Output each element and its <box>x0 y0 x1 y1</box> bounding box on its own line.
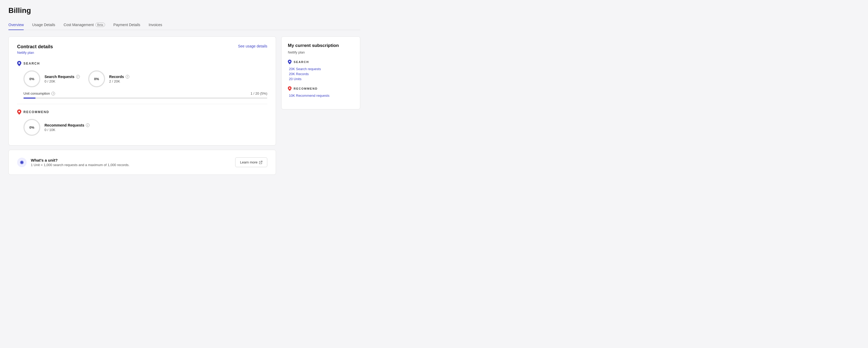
svg-point-0 <box>19 62 20 64</box>
records-metric: 0% Records i 2 / 20K <box>88 70 129 87</box>
section-divider <box>17 104 267 104</box>
sub-recommend-service: RECOMMEND 10K Recommend requests <box>288 86 354 97</box>
svg-point-2 <box>289 61 290 62</box>
search-requests-donut: 0% <box>24 70 40 87</box>
left-column: Contract details Netlify plan See usage … <box>8 36 276 175</box>
sub-recommend-name: RECOMMEND <box>293 87 318 90</box>
unit-consumption-row: Unit consumption i 1 / 20 (5%) <box>24 91 267 95</box>
external-link-icon <box>259 161 262 164</box>
contract-title-group: Contract details Netlify plan <box>17 44 53 55</box>
records-value: 2 / 20K <box>109 79 129 83</box>
tab-usage-details[interactable]: Usage Details <box>32 20 55 30</box>
search-label-text: SEARCH <box>24 62 40 65</box>
sub-recommend-pin-icon <box>288 86 291 91</box>
beta-badge: Beta <box>95 23 105 27</box>
whats-a-unit-card: What's a unit? 1 Unit = 1,000 search req… <box>8 150 276 175</box>
search-service-section: SEARCH 0% Search Requests i 0 / 20K <box>17 61 267 98</box>
sub-search-label: SEARCH <box>288 60 354 64</box>
unit-title: What's a unit? <box>31 158 130 163</box>
contract-details-card: Contract details Netlify plan See usage … <box>8 36 276 146</box>
search-requests-info-icon: i <box>76 75 80 79</box>
svg-point-1 <box>19 111 20 112</box>
main-content: Contract details Netlify plan See usage … <box>8 36 360 175</box>
contract-header: Contract details Netlify plan See usage … <box>17 44 267 55</box>
unit-consumption-label: Unit consumption i <box>24 91 55 95</box>
recommend-requests-info: Recommend Requests i 0 / 10K <box>44 123 90 132</box>
sub-search-pin-icon <box>288 60 291 64</box>
subscription-card: My current subscription Netlify plan SEA… <box>281 36 360 109</box>
learn-more-button[interactable]: Learn more <box>235 157 267 167</box>
recommend-label-text: RECOMMEND <box>24 110 49 114</box>
records-donut: 0% <box>88 70 105 87</box>
recommend-requests-info-icon: i <box>86 123 90 127</box>
recommend-requests-donut: 0% <box>24 119 40 136</box>
sub-search-item-0: 20K Search requests <box>289 67 354 71</box>
search-requests-info: Search Requests i 0 / 20K <box>44 75 80 83</box>
unit-icon <box>17 158 27 167</box>
svg-point-3 <box>289 88 290 89</box>
contract-plan: Netlify plan <box>17 51 53 55</box>
unit-description: 1 Unit = 1,000 search requests and a max… <box>31 163 130 167</box>
recommend-service-section: RECOMMEND 0% Recommend Requests i 0 / 10… <box>17 109 267 136</box>
unit-progress-fill <box>24 97 36 98</box>
recommend-requests-metric: 0% Recommend Requests i 0 / 10K <box>24 119 90 136</box>
sub-search-name: SEARCH <box>293 60 309 63</box>
tab-payment-details[interactable]: Payment Details <box>114 20 141 30</box>
tab-invoices[interactable]: Invoices <box>149 20 162 30</box>
unit-consumption-info-icon: i <box>51 92 55 95</box>
unit-info: What's a unit? 1 Unit = 1,000 search req… <box>17 158 130 167</box>
sub-recommend-label: RECOMMEND <box>288 86 354 91</box>
sub-recommend-item-0: 10K Recommend requests <box>289 94 354 97</box>
sub-search-item-1: 20K Records <box>289 72 354 76</box>
records-info: Records i 2 / 20K <box>109 75 129 83</box>
sub-recommend-items: 10K Recommend requests <box>288 94 354 97</box>
contract-title: Contract details <box>17 44 53 50</box>
unit-text: What's a unit? 1 Unit = 1,000 search req… <box>31 158 130 167</box>
see-usage-link[interactable]: See usage details <box>238 44 267 48</box>
right-sidebar: My current subscription Netlify plan SEA… <box>281 36 360 109</box>
tab-cost-management[interactable]: Cost Management Beta <box>64 20 105 30</box>
recommend-metrics-row: 0% Recommend Requests i 0 / 10K <box>24 119 267 136</box>
unit-icon-inner <box>20 161 24 164</box>
unit-consumption-value: 1 / 20 (5%) <box>250 91 267 95</box>
subscription-title: My current subscription <box>288 43 354 48</box>
search-pin-icon <box>17 61 21 66</box>
tab-overview[interactable]: Overview <box>8 20 24 30</box>
sub-search-item-2: 20 Units <box>289 77 354 81</box>
sub-search-items: 20K Search requests 20K Records 20 Units <box>288 67 354 81</box>
search-label-row: SEARCH <box>17 61 267 66</box>
subscription-plan: Netlify plan <box>288 50 354 54</box>
search-requests-metric: 0% Search Requests i 0 / 20K <box>24 70 80 87</box>
tabs-nav: Overview Usage Details Cost Management B… <box>8 20 360 30</box>
unit-progress-bar <box>24 97 267 98</box>
page-title: Billing <box>8 6 360 15</box>
recommend-label-row: RECOMMEND <box>17 109 267 115</box>
recommend-requests-value: 0 / 10K <box>44 128 90 132</box>
records-info-icon: i <box>126 75 129 79</box>
sub-search-service: SEARCH 20K Search requests 20K Records 2… <box>288 60 354 81</box>
search-metrics-row: 0% Search Requests i 0 / 20K 0 <box>24 70 267 87</box>
search-requests-value: 0 / 20K <box>44 79 80 83</box>
recommend-pin-icon <box>17 109 21 115</box>
